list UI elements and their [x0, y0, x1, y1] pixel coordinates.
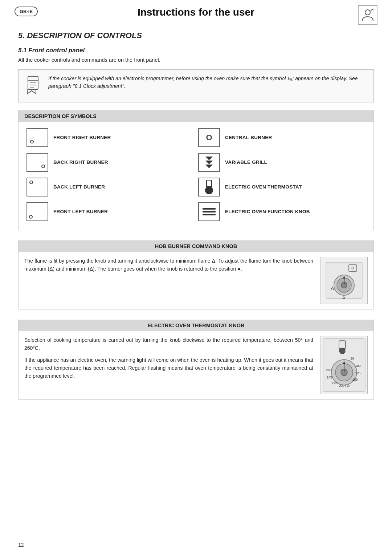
info-icon: [25, 76, 42, 97]
central-burner-label: CENTRAL BURNER: [225, 135, 272, 140]
central-burner-icon: O: [198, 128, 220, 147]
svg-line-1: [371, 9, 373, 11]
symbols-grid: FRONT RIGHT BURNER BACK RIGHT BURNER: [19, 122, 373, 230]
svg-text:260°: 260°: [326, 368, 333, 372]
symbol-front-right-burner: FRONT RIGHT BURNER: [24, 125, 196, 150]
oven-text-p2: If the appliance has an electric oven, t…: [24, 356, 313, 380]
symbol-back-right-burner: BACK RIGHT BURNER: [24, 150, 196, 175]
svg-text:Δ: Δ: [342, 295, 345, 299]
back-right-burner-label: BACK RIGHT BURNER: [53, 159, 108, 165]
symbol-back-left-burner: BACK LEFT BURNER: [24, 175, 196, 199]
front-left-burner-icon: [26, 202, 48, 221]
svg-text:200: 200: [339, 384, 344, 388]
symbols-right-col: O CENTRAL BURNER VARIABLE GRILL: [196, 125, 368, 224]
svg-text:·150: ·150: [351, 378, 358, 381]
intro-text: All the cooker controls and commands are…: [18, 56, 374, 64]
symbol-front-left-burner: FRONT LEFT BURNER: [24, 199, 196, 224]
electric-oven-function-label: ELECTRIC OVEN FUNCTION KNOB: [225, 209, 310, 214]
electric-oven-thermostat-icon: [198, 178, 220, 197]
page-number: 12: [18, 542, 24, 548]
svg-point-19: [339, 348, 345, 354]
svg-text:225°: 225°: [332, 381, 339, 385]
oven-thermostat-header: ELECTRIC OVEN THERMOSTAT KNOB: [19, 320, 373, 331]
oven-thermostat-content: Selection of cooking temperature is carr…: [19, 331, 373, 399]
symbols-left-col: FRONT RIGHT BURNER BACK RIGHT BURNER: [24, 125, 196, 224]
svg-text:245°: 245°: [327, 376, 334, 379]
variable-grill-icon: [198, 153, 220, 172]
hob-burner-content: The flame is lit by pressing the knob an…: [19, 252, 373, 309]
hob-burner-text: The flame is lit by pressing the knob an…: [24, 257, 313, 304]
info-box-text: If the cooker is equipped with an electr…: [48, 75, 367, 90]
back-left-burner-label: BACK LEFT BURNER: [53, 184, 105, 190]
symbol-central-burner: O CENTRAL BURNER: [196, 125, 368, 150]
front-left-burner-label: FRONT LEFT BURNER: [53, 209, 108, 214]
hob-knob-svg: Δ Δ: [324, 260, 364, 300]
hob-burner-diagram: Δ Δ: [320, 257, 368, 304]
info-box: If the cooker is equipped with an electr…: [18, 69, 374, 102]
symbols-header: DESCRIPTION OF SYMBOLS: [19, 111, 373, 122]
oven-knob-svg: ·50 ·100 ·125 ·150 260° 245° 225° 200 17…: [322, 338, 366, 392]
variable-grill-label: VARIABLE GRILL: [225, 159, 267, 165]
symbol-variable-grill: VARIABLE GRILL: [196, 150, 368, 175]
country-badge: GB-IE: [15, 7, 38, 16]
section-title: 5. DESCRIPTION OF CONTROLS: [18, 31, 374, 40]
electric-oven-thermostat-label: ELECTRIC OVEN THERMOSTAT: [225, 184, 302, 190]
oven-thermostat-section: ELECTRIC OVEN THERMOSTAT KNOB Selection …: [18, 320, 374, 400]
oven-text-p1: Selection of cooking temperature is carr…: [24, 336, 313, 352]
svg-text:·50: ·50: [350, 357, 354, 360]
svg-text:178: 178: [345, 384, 350, 388]
symbol-electric-oven-function: ELECTRIC OVEN FUNCTION KNOB: [196, 199, 368, 224]
page-title: Instructions for the user: [138, 7, 254, 18]
svg-text:·100: ·100: [354, 364, 361, 368]
hob-burner-header: HOB BURNER COMMAND KNOB: [19, 241, 373, 252]
symbols-section: DESCRIPTION OF SYMBOLS FRONT RIGHT BURNE…: [18, 110, 374, 230]
page-header: GB-IE Instructions for the user: [0, 0, 392, 22]
front-right-burner-label: FRONT RIGHT BURNER: [53, 135, 111, 140]
subsection-title: 5.1 Front control panel: [18, 47, 374, 54]
user-icon: [358, 5, 377, 25]
svg-point-0: [365, 10, 370, 15]
svg-text:·125: ·125: [354, 371, 361, 375]
svg-text:Δ: Δ: [331, 285, 334, 291]
oven-thermostat-diagram: ·50 ·100 ·125 ·150 260° 245° 225° 200 17…: [320, 336, 368, 394]
main-content: 5. DESCRIPTION OF CONTROLS 5.1 Front con…: [0, 22, 392, 424]
oven-thermostat-text: Selection of cooking temperature is carr…: [24, 336, 313, 394]
back-left-burner-icon: [26, 178, 48, 197]
electric-oven-function-icon: [198, 202, 220, 221]
back-right-burner-icon: [26, 153, 48, 172]
hob-burner-body: The flame is lit by pressing the knob an…: [24, 258, 313, 272]
symbol-electric-oven-thermostat: ELECTRIC OVEN THERMOSTAT: [196, 175, 368, 199]
front-right-burner-icon: [26, 128, 48, 147]
hob-burner-section: HOB BURNER COMMAND KNOB The flame is lit…: [18, 240, 374, 309]
